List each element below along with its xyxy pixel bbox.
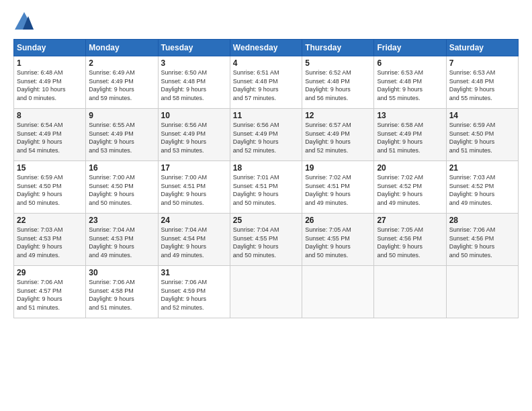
day-info: Sunrise: 6:59 AMSunset: 4:50 PMDaylight:… (449, 121, 515, 154)
day-number: 22 (17, 216, 83, 225)
day-number: 7 (449, 58, 515, 68)
day-cell: 25Sunrise: 7:04 AMSunset: 4:55 PMDayligh… (230, 214, 302, 266)
day-info: Sunrise: 7:01 AMSunset: 4:51 PMDaylight:… (233, 173, 299, 207)
day-number: 19 (305, 163, 371, 173)
day-cell (374, 266, 446, 318)
day-cell: 23Sunrise: 7:04 AMSunset: 4:53 PMDayligh… (86, 214, 158, 266)
header-cell-wednesday: Wednesday (230, 40, 302, 56)
day-info: Sunrise: 6:48 AMSunset: 4:49 PMDaylight:… (17, 68, 83, 102)
day-number: 31 (161, 268, 227, 277)
day-cell: 30Sunrise: 7:06 AMSunset: 4:58 PMDayligh… (86, 266, 158, 318)
day-cell: 7Sunrise: 6:53 AMSunset: 4:48 PMDaylight… (446, 56, 518, 109)
day-number: 17 (161, 163, 227, 173)
logo (13, 11, 38, 32)
day-info: Sunrise: 6:59 AMSunset: 4:50 PMDaylight:… (17, 173, 83, 207)
day-number: 26 (305, 216, 371, 225)
day-info: Sunrise: 7:06 AMSunset: 4:58 PMDaylight:… (89, 278, 154, 312)
day-info: Sunrise: 7:02 AMSunset: 4:51 PMDaylight:… (305, 173, 371, 207)
day-number: 10 (161, 111, 227, 120)
day-number: 27 (377, 216, 443, 225)
day-info: Sunrise: 6:50 AMSunset: 4:48 PMDaylight:… (161, 68, 227, 102)
day-cell: 2Sunrise: 6:49 AMSunset: 4:49 PMDaylight… (86, 56, 158, 109)
day-info: Sunrise: 7:04 AMSunset: 4:54 PMDaylight:… (161, 226, 227, 259)
calendar-table: SundayMondayTuesdayWednesdayThursdayFrid… (13, 39, 519, 318)
day-info: Sunrise: 7:03 AMSunset: 4:52 PMDaylight:… (449, 173, 515, 207)
day-info: Sunrise: 6:56 AMSunset: 4:49 PMDaylight:… (161, 121, 227, 154)
day-number: 14 (449, 111, 515, 120)
day-cell: 8Sunrise: 6:54 AMSunset: 4:49 PMDaylight… (14, 109, 86, 161)
day-number: 1 (17, 58, 83, 68)
day-number: 2 (89, 58, 154, 68)
day-info: Sunrise: 7:00 AMSunset: 4:50 PMDaylight:… (89, 173, 154, 207)
day-cell: 17Sunrise: 7:00 AMSunset: 4:51 PMDayligh… (158, 161, 230, 214)
day-number: 25 (233, 216, 299, 225)
day-number: 15 (17, 163, 83, 173)
day-cell: 16Sunrise: 7:00 AMSunset: 4:50 PMDayligh… (86, 161, 158, 214)
day-number: 28 (449, 216, 515, 225)
day-cell: 6Sunrise: 6:53 AMSunset: 4:48 PMDaylight… (374, 56, 446, 109)
header-cell-saturday: Saturday (446, 40, 518, 56)
day-info: Sunrise: 7:06 AMSunset: 4:59 PMDaylight:… (161, 278, 227, 312)
day-info: Sunrise: 7:04 AMSunset: 4:55 PMDaylight:… (233, 226, 299, 259)
day-cell: 15Sunrise: 6:59 AMSunset: 4:50 PMDayligh… (14, 161, 86, 214)
day-cell: 3Sunrise: 6:50 AMSunset: 4:48 PMDaylight… (158, 56, 230, 109)
week-row-5: 29Sunrise: 7:06 AMSunset: 4:57 PMDayligh… (14, 266, 519, 318)
day-cell: 5Sunrise: 6:52 AMSunset: 4:48 PMDaylight… (302, 56, 374, 109)
day-cell (230, 266, 302, 318)
day-info: Sunrise: 7:00 AMSunset: 4:51 PMDaylight:… (161, 173, 227, 207)
day-cell: 27Sunrise: 7:05 AMSunset: 4:56 PMDayligh… (374, 214, 446, 266)
day-info: Sunrise: 6:56 AMSunset: 4:49 PMDaylight:… (233, 121, 299, 154)
day-cell: 24Sunrise: 7:04 AMSunset: 4:54 PMDayligh… (158, 214, 230, 266)
logo-icon (13, 11, 35, 32)
day-cell: 9Sunrise: 6:55 AMSunset: 4:49 PMDaylight… (86, 109, 158, 161)
day-cell: 10Sunrise: 6:56 AMSunset: 4:49 PMDayligh… (158, 109, 230, 161)
day-cell: 11Sunrise: 6:56 AMSunset: 4:49 PMDayligh… (230, 109, 302, 161)
day-info: Sunrise: 6:57 AMSunset: 4:49 PMDaylight:… (305, 121, 371, 154)
day-info: Sunrise: 6:49 AMSunset: 4:49 PMDaylight:… (89, 68, 154, 102)
day-cell: 1Sunrise: 6:48 AMSunset: 4:49 PMDaylight… (14, 56, 86, 109)
day-info: Sunrise: 7:06 AMSunset: 4:57 PMDaylight:… (17, 278, 83, 312)
day-cell: 20Sunrise: 7:02 AMSunset: 4:52 PMDayligh… (374, 161, 446, 214)
day-number: 24 (161, 216, 227, 225)
day-info: Sunrise: 6:58 AMSunset: 4:49 PMDaylight:… (377, 121, 443, 154)
day-info: Sunrise: 7:06 AMSunset: 4:56 PMDaylight:… (449, 226, 515, 259)
header (13, 11, 519, 32)
header-cell-friday: Friday (374, 40, 446, 56)
day-cell (302, 266, 374, 318)
day-cell: 13Sunrise: 6:58 AMSunset: 4:49 PMDayligh… (374, 109, 446, 161)
day-cell: 21Sunrise: 7:03 AMSunset: 4:52 PMDayligh… (446, 161, 518, 214)
day-number: 18 (233, 163, 299, 173)
day-info: Sunrise: 7:02 AMSunset: 4:52 PMDaylight:… (377, 173, 443, 207)
day-number: 8 (17, 111, 83, 120)
week-row-4: 22Sunrise: 7:03 AMSunset: 4:53 PMDayligh… (14, 214, 519, 266)
day-info: Sunrise: 7:05 AMSunset: 4:56 PMDaylight:… (377, 226, 443, 259)
day-number: 29 (17, 268, 83, 277)
header-row: SundayMondayTuesdayWednesdayThursdayFrid… (14, 40, 519, 56)
day-number: 4 (233, 58, 299, 68)
day-cell: 12Sunrise: 6:57 AMSunset: 4:49 PMDayligh… (302, 109, 374, 161)
day-cell: 22Sunrise: 7:03 AMSunset: 4:53 PMDayligh… (14, 214, 86, 266)
header-cell-thursday: Thursday (302, 40, 374, 56)
day-info: Sunrise: 6:53 AMSunset: 4:48 PMDaylight:… (449, 68, 515, 102)
day-info: Sunrise: 6:52 AMSunset: 4:48 PMDaylight:… (305, 68, 371, 102)
day-info: Sunrise: 7:05 AMSunset: 4:55 PMDaylight:… (305, 226, 371, 259)
day-info: Sunrise: 6:53 AMSunset: 4:48 PMDaylight:… (377, 68, 443, 102)
day-number: 13 (377, 111, 443, 120)
day-cell: 31Sunrise: 7:06 AMSunset: 4:59 PMDayligh… (158, 266, 230, 318)
day-cell: 28Sunrise: 7:06 AMSunset: 4:56 PMDayligh… (446, 214, 518, 266)
day-number: 11 (233, 111, 299, 120)
day-info: Sunrise: 7:04 AMSunset: 4:53 PMDaylight:… (89, 226, 154, 259)
day-number: 5 (305, 58, 371, 68)
day-number: 3 (161, 58, 227, 68)
day-cell: 4Sunrise: 6:51 AMSunset: 4:48 PMDaylight… (230, 56, 302, 109)
week-row-2: 8Sunrise: 6:54 AMSunset: 4:49 PMDaylight… (14, 109, 519, 161)
day-info: Sunrise: 7:03 AMSunset: 4:53 PMDaylight:… (17, 226, 83, 259)
day-number: 23 (89, 216, 154, 225)
day-cell: 26Sunrise: 7:05 AMSunset: 4:55 PMDayligh… (302, 214, 374, 266)
day-number: 12 (305, 111, 371, 120)
day-cell: 18Sunrise: 7:01 AMSunset: 4:51 PMDayligh… (230, 161, 302, 214)
header-cell-sunday: Sunday (14, 40, 86, 56)
day-info: Sunrise: 6:54 AMSunset: 4:49 PMDaylight:… (17, 121, 83, 154)
day-number: 21 (449, 163, 515, 173)
day-number: 30 (89, 268, 154, 277)
